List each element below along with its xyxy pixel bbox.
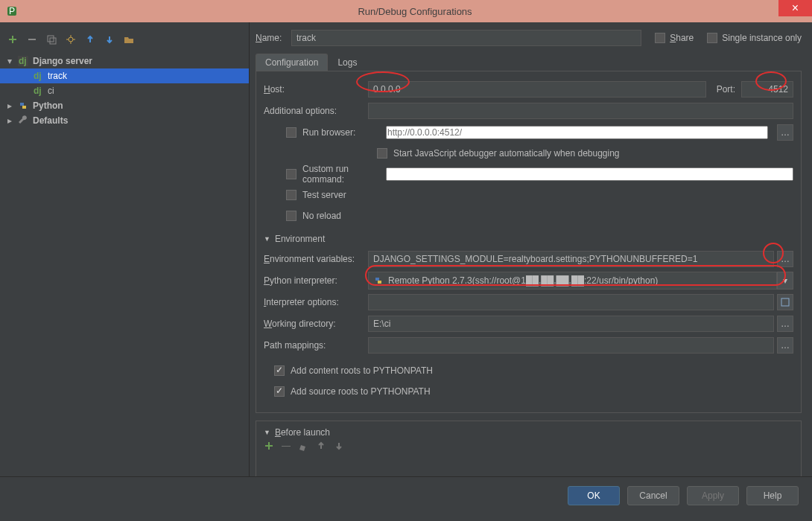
tree-label: Django server	[33, 56, 92, 66]
remove-icon[interactable]	[25, 34, 39, 45]
tabs: Configuration Logs	[256, 54, 802, 71]
right-panel: Name: Share Single instance only Configu…	[250, 22, 812, 476]
path-mappings-browse-button[interactable]: …	[777, 337, 793, 354]
help-button[interactable]: Help	[746, 486, 799, 505]
interpreter-label: Python interpreter:	[264, 275, 368, 286]
no-reload-checkbox[interactable]: No reload	[286, 205, 793, 226]
svg-text:P: P	[9, 6, 15, 16]
tree-node-defaults[interactable]: ▸ Defaults	[0, 113, 249, 128]
wrench-icon	[16, 115, 30, 126]
run-browser-label: Run browser:	[302, 127, 380, 138]
tree-node-track[interactable]: dj track	[0, 68, 249, 83]
run-browser-input[interactable]	[386, 126, 768, 139]
django-icon: dj	[31, 71, 45, 81]
tree-node-django-server[interactable]: ▾ dj Django server	[0, 54, 249, 68]
tree-label: ci	[48, 86, 54, 96]
python-icon	[373, 275, 384, 286]
before-launch-header[interactable]: ▼ Before launch	[264, 427, 793, 438]
test-server-checkbox[interactable]: Test server	[286, 185, 793, 205]
down-icon[interactable]	[334, 441, 344, 451]
port-input[interactable]	[741, 81, 793, 98]
env-vars-label: Environment variables:	[264, 254, 368, 264]
single-instance-checkbox[interactable]: Single instance only	[707, 33, 802, 43]
additional-options-label: Additional options:	[264, 106, 368, 116]
edit-icon[interactable]	[298, 441, 308, 451]
svg-rect-2	[48, 36, 54, 42]
tab-logs[interactable]: Logs	[328, 54, 367, 71]
run-browser-checkbox[interactable]: Run browser: …	[286, 122, 793, 143]
add-icon[interactable]	[264, 441, 274, 451]
custom-run-checkbox[interactable]: Custom run command:	[286, 164, 793, 185]
custom-run-input[interactable]	[386, 167, 793, 181]
interpreter-options-label: Interpreter options:	[264, 297, 368, 307]
host-label: Host:	[264, 84, 368, 95]
title-bar: P Run/Debug Configurations ×	[0, 0, 812, 22]
settings-icon[interactable]	[64, 34, 77, 45]
expand-button[interactable]	[777, 294, 793, 310]
name-label: Name:	[256, 33, 285, 43]
interpreter-options-input[interactable]	[368, 294, 774, 310]
tree-node-python[interactable]: ▸ Python	[0, 98, 249, 113]
folder-icon[interactable]	[122, 34, 136, 45]
app-icon: P	[6, 5, 18, 17]
js-debugger-checkbox[interactable]: Start JavaScript debugger automatically …	[377, 143, 793, 164]
env-vars-input[interactable]	[368, 251, 774, 267]
svg-point-4	[69, 37, 73, 42]
tree-label: Python	[33, 100, 63, 111]
working-dir-browse-button[interactable]: …	[777, 316, 793, 332]
tab-configuration[interactable]: Configuration	[256, 54, 328, 71]
additional-options-input[interactable]	[368, 103, 793, 119]
tree-label: Defaults	[33, 115, 68, 126]
tree-node-ci[interactable]: dj ci	[0, 83, 249, 98]
add-icon[interactable]	[6, 34, 19, 45]
path-mappings-label: Path mappings:	[264, 340, 368, 351]
django-icon: dj	[31, 86, 45, 96]
custom-run-label: Custom run command:	[302, 164, 380, 185]
apply-button[interactable]: Apply	[687, 486, 739, 505]
js-debugger-label: Start JavaScript debugger automatically …	[393, 148, 620, 159]
left-panel: ▾ dj Django server dj track dj ci ▸ Pyth…	[0, 22, 250, 476]
chevron-down-icon: ▼	[264, 235, 270, 243]
path-mappings-input[interactable]	[368, 337, 774, 354]
share-checkbox[interactable]: Share	[655, 33, 694, 43]
env-section-header[interactable]: ▼ Environment	[264, 234, 793, 244]
chevron-right-icon: ▸	[7, 100, 16, 111]
add-content-roots-checkbox[interactable]: Add content roots to PYTHONPATH	[274, 360, 793, 381]
tree-label: track	[48, 71, 67, 81]
down-icon[interactable]	[103, 34, 116, 45]
name-row: Name: Share Single instance only	[256, 30, 802, 46]
config-tree: ▾ dj Django server dj track dj ci ▸ Pyth…	[0, 51, 249, 131]
remove-icon[interactable]: —	[282, 441, 291, 451]
before-launch-list[interactable]	[264, 451, 793, 473]
working-dir-input[interactable]	[368, 316, 774, 332]
env-vars-browse-button[interactable]: …	[777, 251, 793, 267]
ok-button[interactable]: OK	[568, 486, 620, 505]
close-button[interactable]: ×	[778, 0, 812, 16]
svg-text:dj: dj	[34, 71, 42, 81]
name-input[interactable]	[291, 30, 641, 46]
browse-button[interactable]: …	[777, 124, 793, 141]
svg-rect-10	[781, 298, 789, 306]
before-launch-toolbar: —	[264, 441, 793, 451]
add-source-roots-checkbox[interactable]: Add source roots to PYTHONPATH	[274, 381, 793, 402]
django-icon: dj	[16, 56, 30, 66]
host-input[interactable]	[368, 81, 706, 98]
port-label: Port:	[717, 84, 735, 95]
svg-text:dj: dj	[19, 56, 27, 66]
interpreter-select[interactable]: Remote Python 2.7.3(ssh://root@1██.██.██…	[368, 272, 777, 290]
copy-icon[interactable]	[45, 34, 58, 45]
configuration-panel: Host: Port: Additional options: Run brow…	[256, 71, 802, 413]
cancel-button[interactable]: Cancel	[627, 486, 679, 505]
chevron-down-icon: ▼	[264, 429, 270, 436]
python-icon	[16, 100, 30, 111]
before-launch-panel: ▼ Before launch —	[256, 421, 802, 476]
up-icon[interactable]	[83, 34, 97, 45]
window-title: Run/Debug Configurations	[18, 6, 812, 17]
chevron-down-icon[interactable]: ▾	[777, 272, 793, 290]
config-toolbar	[0, 28, 249, 51]
svg-text:dj: dj	[34, 86, 42, 96]
chevron-down-icon: ▾	[7, 56, 16, 66]
chevron-right-icon: ▸	[7, 115, 16, 126]
working-dir-label: Working directory:	[264, 319, 368, 329]
up-icon[interactable]	[316, 441, 326, 451]
